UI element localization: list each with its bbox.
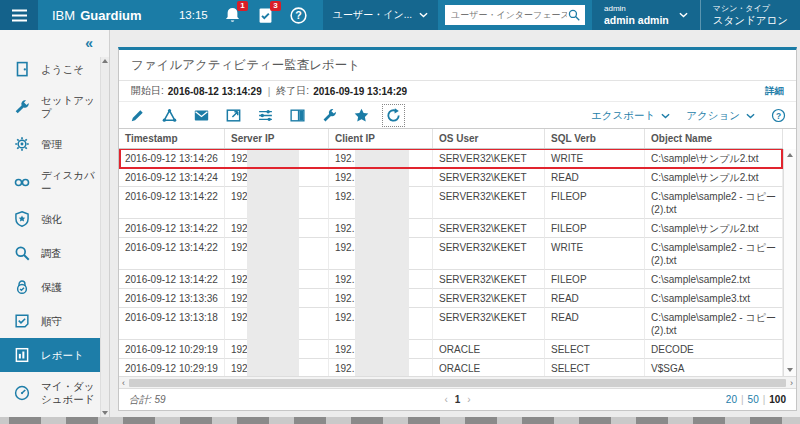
machine-type-value: スタンドアロン	[713, 14, 788, 27]
sidebar-item-manage[interactable]: 管理	[0, 127, 109, 161]
table-vertical-scrollbar[interactable]	[783, 149, 796, 376]
tasks-button[interactable]: 3	[256, 6, 275, 25]
favorite-icon[interactable]	[353, 107, 370, 124]
tasks-badge: 3	[270, 1, 280, 11]
header-help-button[interactable]: ?	[289, 6, 308, 25]
range-separator: |	[268, 86, 271, 97]
scroll-down-icon[interactable]	[102, 411, 108, 415]
sidebar-scrollbar[interactable]	[100, 57, 109, 417]
hamburger-menu-button[interactable]	[0, 0, 38, 30]
scroll-up-icon[interactable]	[787, 153, 793, 157]
edit-icon[interactable]	[129, 107, 146, 124]
sidebar-nav: ようこそセットアップ管理ディスカバー強化調査保護順守レポートマイ・ダッシュボード	[0, 52, 109, 414]
cell-timestamp: 2016-09-12 13:14:22	[119, 187, 225, 219]
cell-object-name: V$SGA	[645, 359, 783, 376]
scroll-down-icon[interactable]	[787, 368, 793, 372]
column-header-object-name[interactable]: Object Name	[645, 129, 783, 148]
filter-icon[interactable]	[257, 107, 274, 124]
column-header-timestamp[interactable]: Timestamp	[119, 129, 225, 148]
cell-timestamp: 2016-09-12 13:13:36	[119, 289, 225, 308]
cell-os-user: ORACLE	[433, 340, 545, 359]
page-size-separator: |	[741, 394, 744, 405]
user-role: admin	[604, 4, 669, 13]
cell-os-user: SERVER32\KEKET	[433, 168, 545, 187]
sidebar-item-setup[interactable]: セットアップ	[0, 86, 109, 127]
notifications-button[interactable]: 1	[223, 6, 242, 25]
svg-text:?: ?	[295, 9, 302, 21]
refresh-icon[interactable]	[385, 107, 402, 124]
sidebar-collapse-button[interactable]: «	[0, 30, 109, 52]
gear-icon	[13, 135, 31, 153]
actions-dropdown[interactable]: アクション	[686, 109, 755, 123]
chevron-down-icon	[419, 12, 428, 18]
table-row[interactable]: 2016-09-12 13:14:22192.192.SERVER32\KEKE…	[119, 238, 783, 270]
horizontal-scroll-thumb[interactable]	[129, 379, 786, 387]
scroll-left-icon[interactable]: ‹	[119, 378, 128, 388]
cell-os-user: SERVER32\KEKET	[433, 187, 545, 219]
svg-text:?: ?	[776, 111, 781, 121]
table-row[interactable]: 2016-09-12 10:29:19192.192.ORACLESELECTV…	[119, 359, 783, 376]
column-header-sql-verb[interactable]: SQL Verb	[545, 129, 645, 148]
new-window-icon[interactable]	[225, 107, 242, 124]
sidebar-item-discover[interactable]: ディスカバー	[0, 161, 109, 202]
table-row[interactable]: 2016-09-12 13:14:24192.192.SERVER32\KEKE…	[119, 168, 783, 187]
page-size-100[interactable]: 100	[769, 394, 786, 405]
sidebar-item-my-dashboard[interactable]: マイ・ダッシュボード	[0, 372, 109, 413]
sidebar-item-welcome[interactable]: ようこそ	[0, 52, 109, 86]
columns-icon[interactable]	[289, 107, 306, 124]
sidebar-item-label: 強化	[41, 213, 62, 226]
cell-sql-verb: READ	[545, 168, 645, 187]
cell-sql-verb: FILEOP	[545, 219, 645, 238]
end-date-label: 終了日:	[276, 84, 309, 98]
wrench-icon[interactable]	[321, 107, 338, 124]
page-size-50[interactable]: 50	[748, 394, 759, 405]
report-title: ファイルアクティビティー監査レポート	[119, 50, 796, 81]
details-link[interactable]: 詳細	[765, 85, 784, 98]
sidebar-item-report[interactable]: レポート	[0, 338, 109, 372]
cell-timestamp: 2016-09-12 13:14:22	[119, 219, 225, 238]
cell-os-user: SERVER32\KEKET	[433, 219, 545, 238]
table-horizontal-scrollbar[interactable]: ‹ ›	[119, 376, 796, 388]
table-row[interactable]: 2016-09-12 13:14:22192.192.SERVER32\KEKE…	[119, 219, 783, 238]
table-row[interactable]: 2016-09-12 10:29:19192.192.ORACLESELECTD…	[119, 340, 783, 359]
ui-search-input[interactable]	[451, 10, 567, 20]
export-dropdown[interactable]: エクスポート	[591, 109, 670, 123]
sidebar-item-investigate[interactable]: 調査	[0, 236, 109, 270]
cell-object-name: C:\sample\サンプル2.txt	[645, 168, 783, 187]
report-help-button[interactable]: ?	[771, 108, 786, 123]
report-card: ファイルアクティビティー監査レポート 開始日: 2016-08-12 13:14…	[118, 47, 797, 411]
cell-timestamp: 2016-09-12 13:13:18	[119, 308, 225, 340]
scroll-up-icon[interactable]	[102, 59, 108, 63]
sidebar-item-label: ようこそ	[41, 63, 84, 76]
sidebar-item-comply[interactable]: 順守	[0, 304, 109, 338]
page-size-options: 20|50|100	[726, 394, 786, 405]
sidebar-item-protect[interactable]: 保護	[0, 270, 109, 304]
brand-prefix: IBM	[52, 8, 75, 23]
column-header-os-user[interactable]: OS User	[433, 129, 545, 148]
cell-sql-verb: WRITE	[545, 149, 645, 168]
table-row[interactable]: 2016-09-12 13:13:18192.192.SERVER32\KEKE…	[119, 308, 783, 340]
ui-nav-dropdown[interactable]: ユーザー・イン...	[323, 0, 438, 30]
table-row[interactable]: 2016-09-12 13:14:22192.192.SERVER32\KEKE…	[119, 270, 783, 289]
cell-timestamp: 2016-09-12 13:14:22	[119, 238, 225, 270]
shield-icon	[13, 210, 31, 228]
lock-icon	[13, 278, 31, 296]
column-header-client-ip[interactable]: Client IP	[329, 129, 433, 148]
cell-os-user: ORACLE	[433, 359, 545, 376]
email-icon[interactable]	[193, 107, 210, 124]
table-row[interactable]: 2016-09-12 13:14:26192.192.SERVER32\KEKE…	[119, 149, 783, 168]
user-menu[interactable]: admin admin admin	[592, 0, 700, 30]
cell-object-name: C:\sample\sample2 - コピー (2).txt	[645, 187, 783, 219]
gauge-icon	[13, 384, 31, 402]
table-row[interactable]: 2016-09-12 13:14:22192.192.SERVER32\KEKE…	[119, 187, 783, 219]
audit-process-icon[interactable]	[161, 107, 178, 124]
page-size-20[interactable]: 20	[726, 394, 737, 405]
sidebar-item-harden[interactable]: 強化	[0, 202, 109, 236]
sidebar-item-label: マイ・ダッシュボード	[41, 380, 97, 405]
table-row[interactable]: 2016-09-12 13:13:36192.192.SERVER32\KEKE…	[119, 289, 783, 308]
column-header-server-ip[interactable]: Server IP	[225, 129, 329, 148]
scroll-right-icon[interactable]: ›	[787, 378, 796, 388]
next-page-button[interactable]: ›	[467, 394, 470, 405]
toolbar-right: エクスポート アクション ?	[591, 108, 786, 123]
previous-page-button[interactable]: ‹	[444, 394, 447, 405]
